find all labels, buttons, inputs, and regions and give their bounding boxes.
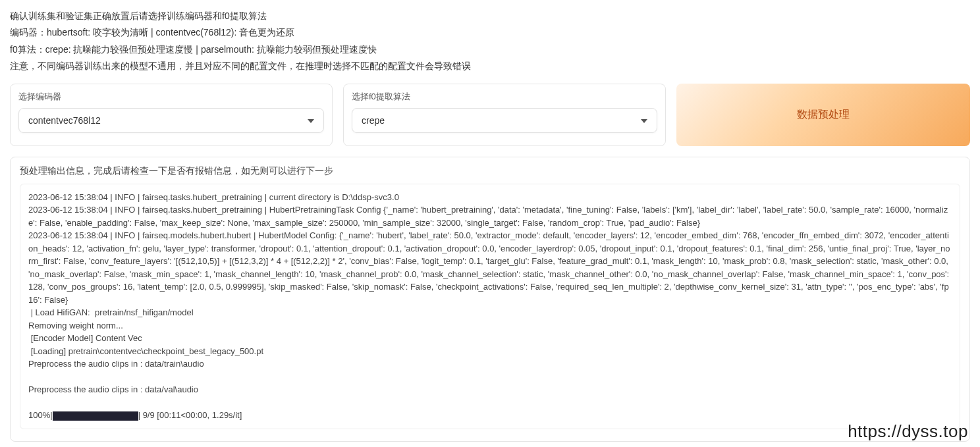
progress-bar-icon xyxy=(53,411,138,421)
instruction-line: 编码器：hubertsoft: 咬字较为清晰 | contentvec(768l… xyxy=(10,25,970,39)
chevron-down-icon xyxy=(641,119,647,123)
controls-row: 选择编码器 contentvec768l12 选择f0提取算法 crepe 数据… xyxy=(10,84,970,146)
output-panel: 预处理输出信息，完成后请检查一下是否有报错信息，如无则可以进行下一步 2023-… xyxy=(10,157,970,442)
instruction-line: f0算法：crepe: 抗噪能力较强但预处理速度慢 | parselmouth:… xyxy=(10,42,970,57)
encoder-select-group: 选择编码器 contentvec768l12 xyxy=(10,84,333,146)
instruction-line: 确认训练集和验证集正确放置后请选择训练编码器和f0提取算法 xyxy=(10,9,970,23)
watermark-url: https://dyss.top xyxy=(848,421,968,442)
progress-prefix: 100%| xyxy=(28,410,53,420)
f0-select-label: 选择f0提取算法 xyxy=(352,91,657,103)
f0-select[interactable]: crepe xyxy=(352,108,657,133)
instructions-block: 确认训练集和验证集正确放置后请选择训练编码器和f0提取算法 编码器：hubert… xyxy=(10,9,970,74)
log-text: 2023-06-12 15:38:04 | INFO | fairseq.tas… xyxy=(28,192,952,395)
progress-suffix: | 9/9 [00:11<00:00, 1.29s/it] xyxy=(138,410,242,420)
log-output: 2023-06-12 15:38:04 | INFO | fairseq.tas… xyxy=(20,184,960,429)
f0-select-value: crepe xyxy=(362,115,385,126)
encoder-select[interactable]: contentvec768l12 xyxy=(18,108,324,133)
f0-select-group: 选择f0提取算法 crepe xyxy=(343,84,666,146)
output-label: 预处理输出信息，完成后请检查一下是否有报错信息，如无则可以进行下一步 xyxy=(20,165,960,177)
encoder-select-value: contentvec768l12 xyxy=(28,115,101,126)
encoder-select-label: 选择编码器 xyxy=(18,91,324,103)
instruction-line: 注意，不同编码器训练出来的模型不通用，并且对应不同的配置文件，在推理时选择不匹配… xyxy=(10,59,970,73)
preprocess-button-label: 数据预处理 xyxy=(797,108,850,122)
chevron-down-icon xyxy=(308,119,314,123)
preprocess-button[interactable]: 数据预处理 xyxy=(676,84,970,146)
